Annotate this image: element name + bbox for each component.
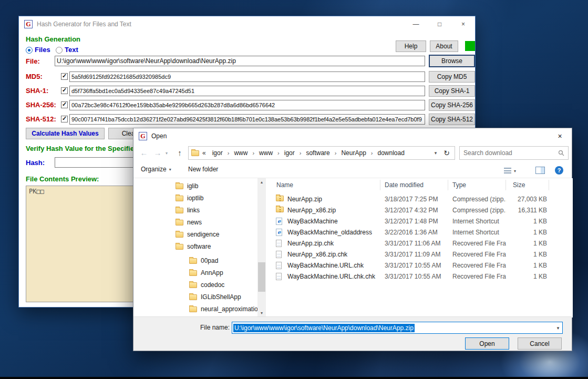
breadcrumb-segment[interactable]: www <box>231 149 251 157</box>
file-type: Recovered File Fra... <box>452 251 506 258</box>
file-row[interactable]: WayBackMachine.URL.chk.chk3/31/2017 10:5… <box>269 271 573 282</box>
column-divider[interactable] <box>380 180 380 190</box>
folder-icon <box>189 306 197 312</box>
tree-item[interactable]: AnnApp <box>189 269 223 276</box>
copy-hash-button[interactable]: Copy SHA-512 <box>429 114 475 125</box>
history-dropdown-icon[interactable]: ▾ <box>166 151 168 156</box>
about-button[interactable]: About <box>430 40 458 52</box>
file-row[interactable]: WayBackMachine_oldaddress3/22/2016 1:36 … <box>269 227 573 238</box>
preview-pane-icon[interactable] <box>535 167 545 174</box>
minimize-icon[interactable]: — <box>404 16 428 32</box>
file-row[interactable]: WayBackMachine3/12/2017 1:48 PMInternet … <box>269 216 573 227</box>
hash-enabled-checkbox[interactable] <box>61 87 68 94</box>
copy-hash-button[interactable]: Copy SHA-1 <box>429 85 475 97</box>
tree-item[interactable]: links <box>176 207 200 214</box>
calculate-button[interactable]: Calculate Hash Values <box>26 128 105 139</box>
toolbar: Organize ▾ New folder ▾ ? <box>133 162 572 178</box>
breadcrumb-segment[interactable]: download <box>374 149 407 157</box>
file-size: 1 KB <box>500 273 547 280</box>
help-icon[interactable]: ? <box>555 166 563 175</box>
file-row[interactable]: NeurApp_x86.zip3/12/2017 4:32 PMCompress… <box>269 205 573 216</box>
hash-enabled-checkbox[interactable] <box>61 73 68 80</box>
breadcrumb-chevron-icon[interactable]: › <box>335 150 337 156</box>
hash-enabled-checkbox[interactable] <box>61 101 68 108</box>
maximize-icon[interactable]: □ <box>428 16 451 32</box>
open-button[interactable]: Open <box>465 337 509 350</box>
search-box <box>459 146 569 160</box>
hash-value-input[interactable] <box>69 100 425 110</box>
hash-value-input[interactable] <box>69 86 425 96</box>
breadcrumb-segment[interactable]: igor <box>281 149 298 157</box>
breadcrumb-dropdown-icon[interactable]: ▾ <box>431 150 440 156</box>
breadcrumb-chevron-icon[interactable]: › <box>300 150 302 156</box>
close-icon[interactable]: × <box>548 128 572 144</box>
file-name-combo[interactable]: U:\igor\www\www\igor\software\NeurApp\do… <box>232 322 563 334</box>
column-divider[interactable] <box>549 180 549 190</box>
tree-item[interactable]: sendigence <box>176 231 219 238</box>
column-header-size[interactable]: Size <box>513 178 525 192</box>
breadcrumb-segment[interactable]: igor <box>209 149 226 157</box>
column-divider[interactable] <box>448 180 448 190</box>
hash-value-input[interactable] <box>69 114 425 125</box>
up-icon[interactable]: ↑ <box>173 147 186 159</box>
hash-type-label: SHA-1: <box>26 87 48 95</box>
search-input[interactable] <box>460 149 558 157</box>
organize-button[interactable]: Organize ▾ <box>141 166 171 173</box>
breadcrumb-segment[interactable]: NeurApp <box>338 149 369 157</box>
copy-hash-button[interactable]: Copy SHA-256 <box>429 99 475 111</box>
tree-scrollbar[interactable]: ▴ ▾ <box>257 178 266 317</box>
breadcrumb-chevron-icon[interactable]: › <box>371 150 373 156</box>
file-path-input[interactable] <box>55 56 425 66</box>
file-row[interactable]: NeurApp_x86.zip.chk3/31/2017 11:09 AMRec… <box>269 249 573 260</box>
hash-window-titlebar[interactable]: G Hash Generator for Files and Text — □ … <box>19 16 475 32</box>
tree-item[interactable]: ioptlib <box>176 194 203 202</box>
file-size: 16,311 KB <box>500 207 547 214</box>
status-indicator <box>465 41 475 51</box>
tree-item[interactable]: codedoc <box>189 281 224 289</box>
breadcrumb-overflow-button[interactable]: « <box>201 149 208 157</box>
close-icon[interactable]: × <box>451 16 475 32</box>
scrollbar-thumb[interactable] <box>258 262 265 292</box>
file-size: 1 KB <box>500 262 547 269</box>
combo-dropdown-icon[interactable]: ▾ <box>554 325 562 331</box>
forward-icon[interactable]: → <box>151 147 164 159</box>
breadcrumb-segment[interactable]: software <box>303 149 333 157</box>
help-button[interactable]: Help <box>396 40 426 52</box>
tree-item[interactable]: software <box>176 243 211 250</box>
tree-item[interactable]: iglib <box>176 182 198 190</box>
back-icon[interactable]: ← <box>138 147 150 159</box>
tree-item[interactable]: news <box>176 219 202 226</box>
file-type: Compressed (zipp... <box>452 207 506 214</box>
preview-text: PK□□ <box>29 188 44 195</box>
file-row[interactable]: WayBackMachine.URL.chk3/31/2017 10:55 AM… <box>269 260 573 271</box>
open-dialog-titlebar[interactable]: G Open × <box>133 128 572 144</box>
internet-shortcut-icon <box>276 229 282 236</box>
hash-value-input[interactable] <box>69 71 425 82</box>
column-header-type[interactable]: Type <box>452 178 466 192</box>
file-row[interactable]: NeurApp.zip3/18/2017 7:25 PMCompressed (… <box>269 194 573 205</box>
tree-item[interactable]: neural_approximation <box>189 305 257 313</box>
tree-item[interactable]: IGLibShellApp <box>189 293 241 301</box>
column-divider[interactable] <box>506 180 506 190</box>
breadcrumb-segment[interactable]: www <box>256 149 276 157</box>
column-header-name[interactable]: Name <box>276 178 293 192</box>
text-radio[interactable] <box>56 47 63 54</box>
files-radio[interactable] <box>26 47 33 54</box>
copy-hash-button[interactable]: Copy MD5 <box>429 71 475 83</box>
browse-button[interactable]: Browse <box>429 55 475 67</box>
tree-item[interactable]: 00pad <box>189 257 218 264</box>
hash-enabled-checkbox[interactable] <box>61 116 68 122</box>
folder-icon <box>176 208 183 213</box>
hash-type-label: MD5: <box>26 73 43 80</box>
new-folder-button[interactable]: New folder <box>188 166 218 173</box>
view-options-dropdown-icon[interactable]: ▾ <box>514 169 516 173</box>
breadcrumb-chevron-icon[interactable]: › <box>252 150 254 156</box>
refresh-icon[interactable]: ↻ <box>441 149 452 157</box>
view-options-icon[interactable] <box>504 168 511 173</box>
file-row[interactable]: NeurApp.zip.chk3/31/2017 11:06 AMRecover… <box>269 238 573 249</box>
breadcrumb-chevron-icon[interactable]: › <box>228 150 230 156</box>
column-header-date-modified[interactable]: Date modified <box>385 178 424 192</box>
scroll-up-icon[interactable]: ▴ <box>257 178 266 187</box>
cancel-button[interactable]: Cancel <box>518 337 562 350</box>
breadcrumb-chevron-icon[interactable]: › <box>277 150 280 156</box>
